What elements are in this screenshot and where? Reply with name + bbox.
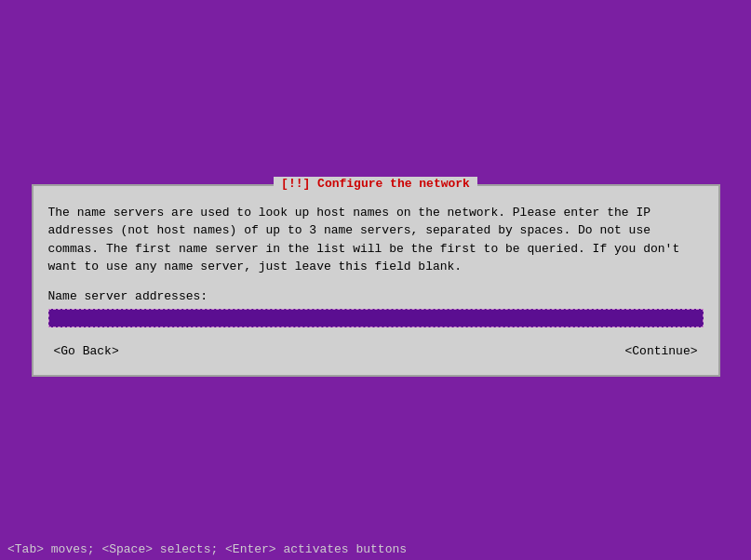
dialog-window: [!!] Configure the network The name serv… — [32, 184, 720, 377]
go-back-button[interactable]: <Go Back> — [48, 342, 125, 360]
title-line-right — [477, 182, 718, 184]
description-text: The name servers are used to look up hos… — [48, 204, 704, 276]
field-label: Name server addresses: — [48, 289, 704, 303]
name-server-input[interactable] — [48, 309, 704, 327]
dialog-title: [!!] Configure the network — [274, 177, 477, 191]
title-bar: [!!] Configure the network — [34, 177, 718, 191]
title-line-left — [34, 182, 275, 184]
button-row: <Go Back> <Continue> — [48, 342, 704, 360]
status-bar: <Tab> moves; <Space> selects; <Enter> ac… — [0, 539, 751, 560]
continue-button[interactable]: <Continue> — [619, 342, 703, 360]
dialog-body: The name servers are used to look up hos… — [34, 191, 718, 375]
